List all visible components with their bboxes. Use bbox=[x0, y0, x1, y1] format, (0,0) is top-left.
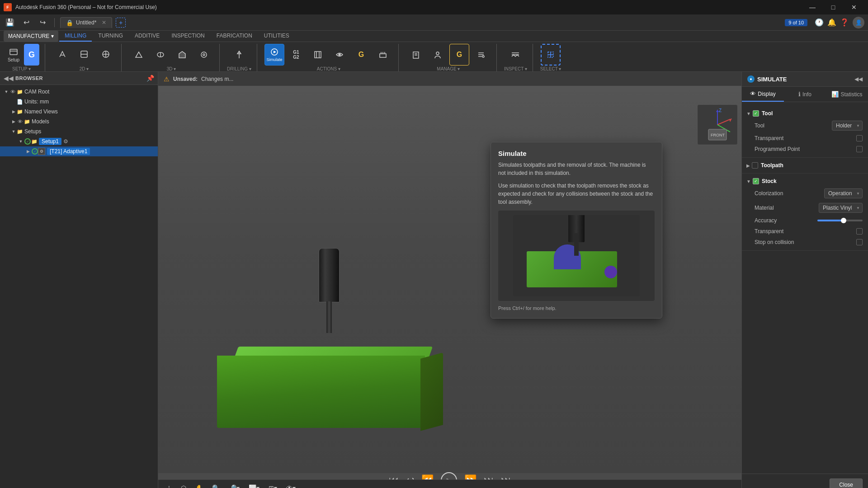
stock-transparent-checkbox[interactable] bbox=[856, 228, 863, 235]
tool-section-check[interactable]: ✓ bbox=[753, 110, 759, 117]
clock-icon[interactable]: 🕐 bbox=[815, 18, 824, 27]
tab-display[interactable]: 👁 Display bbox=[742, 87, 784, 102]
browser-collapse-button[interactable]: ◀◀ bbox=[4, 75, 14, 82]
g-button[interactable]: G bbox=[24, 44, 39, 66]
models-visibility-icon[interactable]: 👁 bbox=[16, 118, 24, 125]
tool-section-header[interactable]: ▼ ✓ Tool bbox=[742, 108, 868, 118]
browser-item-adaptive1[interactable]: ▶ ✓ ⚙ [T21] Adaptive1 bbox=[0, 146, 158, 156]
quick-undo-button[interactable]: ↩ bbox=[20, 16, 33, 29]
bt-btn-3[interactable]: ✋ bbox=[193, 483, 206, 488]
bt-btn-4[interactable]: 🔍 bbox=[209, 483, 222, 488]
2d-button-3[interactable] bbox=[96, 44, 116, 66]
app-icon: F bbox=[4, 3, 12, 11]
expand-named-views-icon[interactable]: ▶ bbox=[11, 109, 16, 114]
maximize-button[interactable]: □ bbox=[823, 0, 844, 14]
unsaved-bar: ⚠ Unsaved: Changes m... bbox=[158, 72, 741, 86]
browser-item-cam-root[interactable]: ▼ 👁 📁 CAM Root bbox=[0, 87, 158, 97]
browser-item-setup1[interactable]: ▼ ✓ 📁 Setup1 ⚙ bbox=[0, 136, 158, 146]
panel-expand-button[interactable]: ◀◀ bbox=[854, 76, 863, 82]
setup-button-group[interactable]: Setup G bbox=[4, 44, 39, 66]
manage-btn4[interactable] bbox=[471, 44, 491, 66]
setup-button[interactable]: Setup bbox=[4, 44, 24, 66]
2d-button-2[interactable] bbox=[74, 44, 94, 66]
inspect-btn1[interactable] bbox=[505, 44, 525, 66]
material-select-wrapper[interactable]: Plastic Vinyl Steel Aluminum bbox=[819, 203, 863, 213]
tool-select-wrapper[interactable]: Holder Body Shaft bbox=[832, 121, 863, 131]
browser-item-models[interactable]: ▶ 👁 📁 Models bbox=[0, 117, 158, 127]
counter-badge: 9 of 10 bbox=[785, 19, 807, 26]
close-button[interactable]: Close bbox=[830, 479, 863, 488]
manage-btn1[interactable] bbox=[406, 44, 426, 66]
manage-g-button[interactable]: G bbox=[449, 44, 469, 66]
stock-section-header[interactable]: ▼ ✓ Stock bbox=[742, 176, 868, 186]
accuracy-handle[interactable] bbox=[841, 218, 846, 223]
visibility-button[interactable]: 👁▾ bbox=[283, 483, 298, 488]
user-avatar[interactable]: 👤 bbox=[853, 17, 864, 28]
toolpath-section-header[interactable]: ▶ Toolpath bbox=[742, 160, 868, 170]
3d-button-3[interactable] bbox=[172, 44, 192, 66]
ribbon-tab-milling[interactable]: MILLING bbox=[59, 31, 92, 42]
3d-button-4[interactable] bbox=[194, 44, 214, 66]
stop-collision-checkbox[interactable] bbox=[856, 239, 863, 245]
accuracy-row: Accuracy bbox=[742, 215, 868, 226]
grid-button[interactable]: ⊞▾ bbox=[266, 483, 280, 488]
simulate-button[interactable]: Simulate bbox=[264, 44, 284, 66]
actions-btn6[interactable] bbox=[373, 44, 393, 66]
visibility-icon[interactable]: 👁 bbox=[9, 88, 16, 95]
expand-setup1-icon[interactable]: ▼ bbox=[18, 139, 24, 144]
manage-btn2[interactable] bbox=[428, 44, 448, 66]
close-button[interactable]: ✕ bbox=[844, 0, 864, 14]
ribbon-tab-additive[interactable]: ADDITIVE bbox=[129, 31, 165, 42]
browser-item-units[interactable]: ▶ 📄 Units: mm bbox=[0, 97, 158, 107]
select-btn1[interactable] bbox=[541, 44, 561, 66]
material-select[interactable]: Plastic Vinyl Steel Aluminum bbox=[819, 203, 863, 213]
expand-models-icon[interactable]: ▶ bbox=[11, 119, 16, 124]
actions-btn3[interactable] bbox=[308, 44, 328, 66]
tool-transparent-checkbox[interactable] bbox=[856, 135, 863, 141]
notification-icon[interactable]: 🔔 bbox=[827, 18, 836, 27]
toolpath-section-check[interactable] bbox=[752, 162, 758, 169]
nav-cube[interactable]: Z FRONT bbox=[697, 104, 738, 145]
new-tab-button[interactable]: + bbox=[116, 18, 126, 28]
accuracy-slider[interactable] bbox=[817, 220, 863, 221]
cursor-button[interactable]: ⊹ bbox=[164, 483, 175, 488]
toolpath-section: ▶ Toolpath bbox=[742, 158, 868, 174]
stock-section-check[interactable]: ✓ bbox=[753, 178, 759, 184]
viewport[interactable]: ⚠ Unsaved: Changes m... Z bbox=[158, 72, 741, 488]
3d-button-1[interactable] bbox=[129, 44, 149, 66]
actions-btn4[interactable] bbox=[330, 44, 349, 66]
colorization-select-wrapper[interactable]: Operation Tool None bbox=[824, 188, 863, 198]
programmed-point-checkbox[interactable] bbox=[856, 146, 863, 152]
ribbon-tab-utilities[interactable]: UTILITIES bbox=[259, 31, 295, 42]
expand-adaptive1-icon[interactable]: ▶ bbox=[25, 149, 31, 154]
browser-item-setups[interactable]: ▼ 📁 Setups bbox=[0, 127, 158, 136]
expand-setups-icon[interactable]: ▼ bbox=[11, 129, 16, 134]
tab-close-button[interactable]: ✕ bbox=[102, 19, 106, 26]
ribbon-group-drilling: DRILLING ▾ bbox=[227, 44, 257, 71]
ribbon-tab-fabrication[interactable]: FABRICATION bbox=[211, 31, 258, 42]
help-icon[interactable]: ❓ bbox=[840, 18, 849, 27]
colorization-select[interactable]: Operation Tool None bbox=[824, 188, 863, 198]
browser-item-named-views[interactable]: ▶ 📁 Named Views bbox=[0, 107, 158, 117]
quick-redo-button[interactable]: ↪ bbox=[36, 16, 49, 29]
drilling-button[interactable] bbox=[229, 44, 249, 66]
2d-button-1[interactable] bbox=[52, 44, 72, 66]
3d-button-2[interactable] bbox=[151, 44, 170, 66]
display-mode-button[interactable]: ⬜▾ bbox=[246, 483, 262, 488]
expand-icon[interactable]: ▼ bbox=[4, 89, 9, 94]
zoom-button[interactable]: 🔎▾ bbox=[226, 483, 242, 488]
quick-save-button[interactable]: 💾 bbox=[4, 16, 16, 29]
tab-statistics[interactable]: 📊 Statistics bbox=[826, 87, 868, 102]
actions-g1g2-button[interactable]: G1G2 bbox=[286, 44, 306, 66]
minimize-button[interactable]: — bbox=[802, 0, 823, 14]
manufacture-dropdown[interactable]: MANUFACTURE ▾ bbox=[4, 31, 58, 42]
ribbon-tab-inspection[interactable]: INSPECTION bbox=[166, 31, 210, 42]
bt-btn-2[interactable]: ⬡ bbox=[178, 483, 189, 488]
tab-info[interactable]: ℹ Info bbox=[784, 87, 826, 102]
tool-select[interactable]: Holder Body Shaft bbox=[832, 121, 863, 131]
named-views-icon: 📁 bbox=[16, 108, 24, 115]
setup1-settings-icon[interactable]: ⚙ bbox=[63, 138, 68, 145]
ribbon-tab-turning[interactable]: TURNING bbox=[93, 31, 128, 42]
actions-g-button[interactable]: G bbox=[351, 44, 371, 66]
browser-pin-button[interactable]: 📌 bbox=[146, 75, 154, 82]
